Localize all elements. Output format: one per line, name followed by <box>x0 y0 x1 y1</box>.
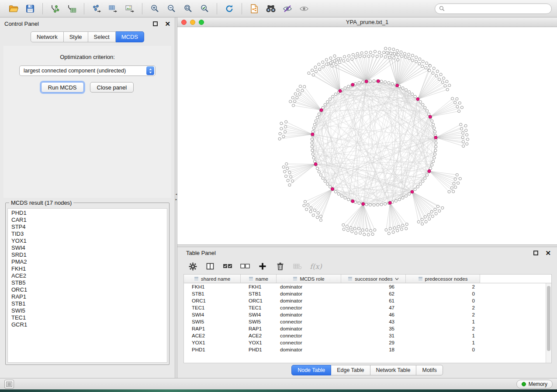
table-cell[interactable]: TEC1 <box>241 304 277 311</box>
graph-node[interactable] <box>311 141 313 144</box>
close-panel-icon[interactable]: ✕ <box>165 21 170 27</box>
graph-node[interactable] <box>401 196 404 199</box>
table-cell[interactable]: SWI5 <box>241 318 277 325</box>
graph-hub-node[interactable] <box>351 199 354 203</box>
graph-node[interactable] <box>466 143 468 145</box>
graph-node[interactable] <box>297 89 299 91</box>
graph-hub-node[interactable] <box>416 98 419 101</box>
graph-node[interactable] <box>434 208 436 211</box>
graph-node[interactable] <box>312 156 315 159</box>
table-cell[interactable]: 1 <box>406 318 480 325</box>
graph-node[interactable] <box>438 78 440 80</box>
graph-node[interactable] <box>325 58 328 61</box>
mcds-result-item[interactable]: RAP1 <box>8 293 167 300</box>
graph-node[interactable] <box>398 198 401 201</box>
graph-node[interactable] <box>408 91 411 93</box>
graph-node[interactable] <box>360 52 363 54</box>
graph-node[interactable] <box>334 93 337 96</box>
close-panel-button[interactable]: Close panel <box>90 82 134 93</box>
table-cell[interactable]: RAP1 <box>241 325 277 332</box>
graph-node[interactable] <box>376 55 378 58</box>
table-cell[interactable]: 29 <box>341 339 406 346</box>
graph-node[interactable] <box>432 67 435 69</box>
table-row[interactable]: FKH1FKH1dominator962 <box>184 283 551 290</box>
graph-node[interactable] <box>378 51 381 54</box>
graph-node[interactable] <box>454 186 457 189</box>
graph-node[interactable] <box>344 87 346 89</box>
graph-node[interactable] <box>383 51 385 54</box>
graph-node[interactable] <box>349 227 352 229</box>
graph-node[interactable] <box>326 183 329 186</box>
graph-node[interactable] <box>419 58 421 60</box>
graph-hub-node[interactable] <box>388 201 391 204</box>
graph-node[interactable] <box>426 110 428 112</box>
graph-node[interactable] <box>331 65 333 67</box>
minimize-window-button[interactable] <box>190 20 195 25</box>
graph-node[interactable] <box>401 55 403 58</box>
graph-node[interactable] <box>411 59 414 62</box>
graph-node[interactable] <box>425 220 427 223</box>
graph-node[interactable] <box>424 216 426 218</box>
graph-node[interactable] <box>385 229 387 231</box>
graph-node[interactable] <box>358 202 360 204</box>
graph-node[interactable] <box>282 166 285 168</box>
graph-node[interactable] <box>278 138 281 140</box>
graph-node[interactable] <box>392 48 395 51</box>
column-header-name[interactable]: name <box>241 275 277 283</box>
graph-node[interactable] <box>414 95 416 98</box>
graph-node[interactable] <box>353 227 356 230</box>
graph-node[interactable] <box>439 73 442 76</box>
graph-node[interactable] <box>401 87 404 89</box>
table-cell[interactable]: SWI4 <box>184 311 241 318</box>
table-cell[interactable]: connector <box>277 304 341 311</box>
graph-node[interactable] <box>284 131 286 133</box>
table-cell[interactable]: ACE2 <box>184 332 241 339</box>
graph-node[interactable] <box>376 203 379 206</box>
graph-node[interactable] <box>404 56 407 58</box>
graph-node[interactable] <box>367 234 370 236</box>
mcds-result-item[interactable]: PHD1 <box>8 210 167 217</box>
mcds-result-item[interactable]: STB5 <box>8 279 167 286</box>
table-cell[interactable]: ACE2 <box>241 332 277 339</box>
graph-node[interactable] <box>460 127 463 130</box>
graph-node[interactable] <box>456 105 459 108</box>
find-button[interactable] <box>263 2 279 16</box>
graph-node[interactable] <box>431 164 433 166</box>
graph-node[interactable] <box>337 193 340 195</box>
graph-node[interactable] <box>286 167 289 170</box>
graph-node[interactable] <box>438 210 441 212</box>
graph-node[interactable] <box>322 61 324 63</box>
table-cell[interactable]: STB1 <box>241 290 277 297</box>
mcds-result-item[interactable]: PMA2 <box>8 258 167 265</box>
graph-hub-node[interactable] <box>311 133 314 136</box>
graph-node[interactable] <box>417 220 420 223</box>
select-all-button[interactable] <box>221 260 234 273</box>
graph-node[interactable] <box>365 51 367 54</box>
graph-node[interactable] <box>432 123 434 126</box>
table-cell[interactable]: 0 <box>406 346 480 353</box>
graph-node[interactable] <box>355 232 357 234</box>
graph-hub-node[interactable] <box>396 84 399 87</box>
graph-node[interactable] <box>393 227 396 229</box>
tab-motifs[interactable]: Motifs <box>416 365 443 375</box>
graph-node[interactable] <box>363 55 366 58</box>
graph-node[interactable] <box>418 62 421 65</box>
graph-node[interactable] <box>311 145 313 148</box>
table-cell[interactable]: dominator <box>277 290 341 297</box>
table-cell[interactable]: FKH1 <box>184 283 241 290</box>
table-cell[interactable]: STB1 <box>184 290 241 297</box>
table-cell[interactable]: 2 <box>406 283 480 290</box>
graph-node[interactable] <box>444 85 446 87</box>
graph-node[interactable] <box>405 223 408 226</box>
graph-node[interactable] <box>332 95 334 98</box>
graph-node[interactable] <box>401 224 404 227</box>
mcds-result-item[interactable]: FKH1 <box>8 265 167 272</box>
table-row[interactable]: SWI5SWI5connector431 <box>184 318 551 325</box>
graph-node[interactable] <box>347 55 350 57</box>
graph-node[interactable] <box>389 227 391 230</box>
graph-node[interactable] <box>324 180 326 182</box>
tab-network[interactable]: Network <box>31 31 64 42</box>
zoom-out-button[interactable] <box>163 2 180 16</box>
graph-node[interactable] <box>363 233 366 236</box>
graph-node[interactable] <box>292 104 294 107</box>
